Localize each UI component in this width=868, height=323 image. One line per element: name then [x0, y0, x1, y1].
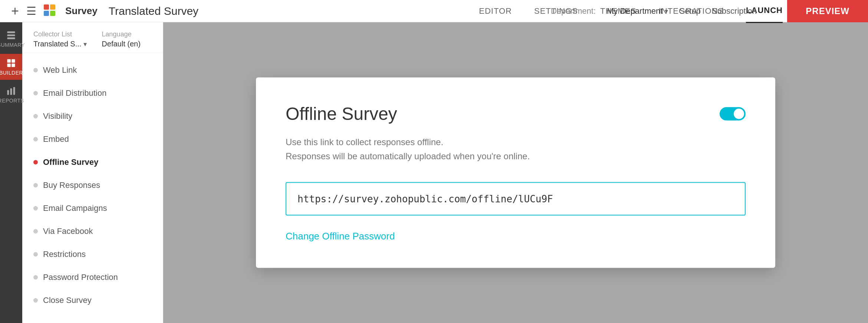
preview-button[interactable]: PREVIEW: [787, 0, 868, 22]
top-nav: + ☰ Survey Translated Survey EDITOR SETT…: [0, 0, 868, 22]
nav-dot-restrictions: [33, 252, 38, 257]
summary-label: SUMMARY: [0, 42, 25, 48]
builder-label: BUILDER: [0, 70, 23, 76]
nav-dot-via-facebook: [33, 229, 38, 234]
change-offline-password-link[interactable]: Change Offline Password: [286, 230, 395, 241]
nav-item-password-protection[interactable]: Password Protection: [22, 266, 163, 289]
nav-dot-embed: [33, 137, 38, 141]
svg-rect-8: [11, 59, 15, 63]
svg-rect-10: [11, 63, 15, 67]
collector-list-dropdown[interactable]: Translated S... ▾: [33, 40, 87, 48]
department-label: Department:: [551, 6, 596, 16]
add-button[interactable]: +: [11, 3, 19, 19]
builder-icon: [6, 58, 16, 68]
nav-item-restrictions[interactable]: Restrictions: [22, 243, 163, 266]
svg-rect-0: [44, 4, 49, 10]
department-area: Department: My Department ▾ Setup Subscr…: [551, 0, 757, 22]
nav-dot-offline-survey: [33, 160, 38, 164]
svg-rect-12: [10, 88, 12, 95]
nav-item-close-survey[interactable]: Close Survey: [22, 289, 163, 312]
reports-icon: [6, 86, 16, 96]
language-value: Default (en): [102, 40, 141, 48]
offline-survey-toggle[interactable]: [720, 107, 746, 120]
modal-header: Offline Survey: [286, 104, 746, 124]
menu-button[interactable]: ☰: [26, 4, 36, 17]
svg-rect-1: [50, 4, 55, 10]
sub-sidebar-header: Collector List Translated S... ▾ Languag…: [22, 22, 163, 53]
svg-rect-6: [7, 37, 15, 39]
nav-dot-buy-responses: [33, 183, 38, 187]
sub-sidebar-nav: Web Link Email Distribution Visibility E…: [22, 53, 163, 317]
nav-dot-close-survey: [33, 298, 38, 303]
svg-rect-4: [7, 32, 15, 33]
sidebar-item-reports[interactable]: REPORTS: [0, 82, 22, 108]
nav-dot-email-distribution: [33, 91, 38, 95]
sidebar-item-summary[interactable]: SUMMARY: [0, 26, 22, 52]
svg-rect-11: [7, 90, 9, 95]
sidebar-icons: SUMMARY BUILDER REPORTS: [0, 22, 22, 323]
nav-item-buy-responses[interactable]: Buy Responses: [22, 174, 163, 197]
sidebar-item-builder[interactable]: BUILDER: [0, 54, 22, 80]
svg-rect-3: [50, 11, 55, 16]
department-value[interactable]: My Department ▾: [607, 6, 668, 16]
sub-sidebar: Collector List Translated S... ▾ Languag…: [22, 22, 163, 323]
nav-item-email-distribution[interactable]: Email Distribution: [22, 82, 163, 105]
nav-dot-visibility: [33, 114, 38, 118]
offline-survey-modal: Offline Survey Use this link to collect …: [256, 78, 775, 268]
logo: Survey: [44, 4, 98, 18]
collector-chevron-icon: ▾: [83, 40, 87, 48]
language-label: Language: [102, 30, 141, 38]
app-name: Survey: [65, 5, 98, 17]
svg-rect-7: [7, 59, 11, 63]
modal-description: Use this link to collect responses offli…: [286, 135, 746, 164]
chevron-down-icon: ▾: [665, 7, 668, 15]
zoho-logo-icon: [44, 4, 62, 18]
nav-dot-password-protection: [33, 275, 38, 280]
svg-rect-9: [7, 63, 11, 67]
nav-dot-web-link: [33, 68, 38, 72]
subscription-link[interactable]: Subscription: [712, 6, 757, 16]
nav-dot-email-campaigns: [33, 206, 38, 211]
svg-rect-5: [7, 35, 15, 36]
nav-item-visibility[interactable]: Visibility: [22, 105, 163, 128]
survey-title: Translated Survey: [109, 5, 198, 17]
nav-item-embed[interactable]: Embed: [22, 128, 163, 151]
language-section: Language Default (en): [102, 30, 141, 48]
modal-title: Offline Survey: [286, 104, 397, 124]
collector-list-section: Collector List Translated S... ▾: [33, 30, 87, 48]
tab-editor[interactable]: EDITOR: [479, 0, 512, 23]
reports-label: REPORTS: [0, 98, 24, 104]
nav-item-web-link[interactable]: Web Link: [22, 59, 163, 82]
summary-icon: [6, 30, 16, 40]
nav-item-offline-survey[interactable]: Offline Survey: [22, 151, 163, 174]
nav-item-via-facebook[interactable]: Via Facebook: [22, 220, 163, 243]
nav-item-email-campaigns[interactable]: Email Campaigns: [22, 197, 163, 220]
main-content: Offline Survey Use this link to collect …: [163, 22, 868, 323]
offline-survey-url[interactable]: https://survey.zohopublic.com/offline/lU…: [286, 182, 746, 215]
toggle-knob: [734, 108, 744, 119]
setup-link[interactable]: Setup: [679, 6, 701, 16]
svg-rect-13: [13, 87, 15, 95]
svg-rect-2: [44, 11, 49, 16]
collector-list-label: Collector List: [33, 30, 87, 38]
